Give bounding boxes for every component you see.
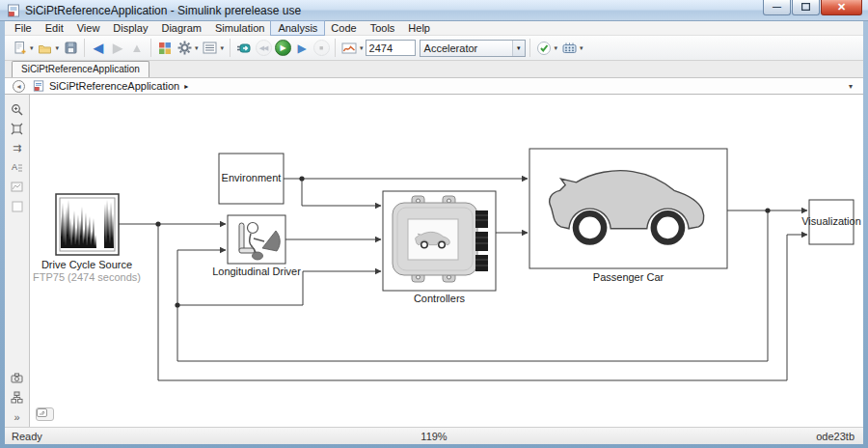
sim-mode-value: Accelerator bbox=[420, 42, 512, 54]
annotation-icon[interactable]: A bbox=[10, 160, 25, 175]
connect-hardware-button[interactable] bbox=[234, 38, 254, 59]
explorer-bar-toggle[interactable]: ◂ bbox=[13, 80, 25, 93]
menu-view[interactable]: View bbox=[70, 21, 107, 35]
new-model-button[interactable] bbox=[10, 38, 29, 59]
explorer-palette: ⇉ A » bbox=[5, 95, 30, 427]
menu-display[interactable]: Display bbox=[106, 21, 154, 35]
open-dropdown[interactable]: ▾ bbox=[56, 44, 60, 52]
list-icon bbox=[203, 42, 217, 54]
sim-mode-arrow-icon: ▾ bbox=[512, 41, 525, 56]
fit-to-view-icon[interactable] bbox=[10, 122, 25, 136]
menu-simulation[interactable]: Simulation bbox=[208, 21, 271, 35]
back-button[interactable]: ◀ bbox=[89, 38, 108, 59]
back-icon: ◀ bbox=[94, 41, 103, 55]
save-button[interactable] bbox=[61, 38, 80, 59]
block-drive-cycle-source[interactable] bbox=[56, 194, 119, 255]
new-model-icon bbox=[13, 41, 27, 55]
explorer-dropdown[interactable]: ▾ bbox=[221, 44, 225, 52]
stop-time-input[interactable] bbox=[366, 40, 416, 56]
status-solver[interactable]: ode23tb bbox=[816, 431, 863, 442]
open-button[interactable] bbox=[36, 38, 55, 59]
step-back-icon: ◀◀ bbox=[259, 44, 268, 52]
menu-diagram[interactable]: Diagram bbox=[154, 21, 208, 35]
explorer-toggle-icon: ◂ bbox=[16, 82, 20, 91]
sdi-dropdown[interactable]: ▾ bbox=[360, 44, 364, 52]
simulink-model-icon bbox=[7, 4, 20, 17]
breadcrumb-dropdown[interactable]: ▾ bbox=[846, 82, 855, 91]
sim-mode-select[interactable]: Accelerator ▾ bbox=[420, 40, 526, 57]
block-longitudinal-driver[interactable] bbox=[228, 215, 285, 264]
minimize-icon: — bbox=[773, 2, 781, 12]
step-forward-button[interactable]: ▶ bbox=[292, 38, 312, 59]
connect-hardware-icon bbox=[236, 42, 253, 55]
run-icon: ▶ bbox=[280, 43, 285, 52]
tab-bar: SiCiPtReferenceApplication bbox=[5, 61, 863, 78]
svg-text:A: A bbox=[12, 162, 17, 172]
run-button[interactable]: ▶ bbox=[273, 38, 292, 59]
settings-dropdown[interactable]: ▾ bbox=[195, 44, 199, 52]
wire-environment-to-controllers[interactable] bbox=[302, 179, 381, 206]
visualization-label: Visualization bbox=[801, 215, 861, 227]
breadcrumb-path[interactable]: SiCiPtReferenceApplication bbox=[49, 80, 179, 92]
minimize-button[interactable]: — bbox=[763, 0, 791, 15]
menu-tools[interactable]: Tools bbox=[364, 21, 402, 35]
sample-time-legend-icon[interactable] bbox=[10, 180, 25, 194]
breadcrumb-caret-icon[interactable]: ▸ bbox=[184, 82, 188, 91]
step-back-button[interactable]: ◀◀ bbox=[254, 38, 273, 59]
status-bar: Ready 119% ode23tb bbox=[5, 427, 863, 444]
menu-edit[interactable]: Edit bbox=[39, 21, 70, 35]
stop-button[interactable]: ■ bbox=[312, 38, 331, 59]
ecu-figure bbox=[393, 196, 488, 282]
environment-label: Environment bbox=[222, 172, 282, 183]
status-zoom-level: 119% bbox=[420, 431, 447, 442]
model-tab[interactable]: SiCiPtReferenceApplication bbox=[12, 61, 149, 77]
passenger-car-label: Passenger Car bbox=[593, 271, 665, 283]
model-explorer-button[interactable] bbox=[201, 38, 220, 59]
hardware-board-button[interactable] bbox=[559, 38, 579, 59]
open-folder-icon bbox=[38, 42, 52, 55]
new-dropdown[interactable]: ▾ bbox=[30, 44, 34, 52]
simulation-data-inspector-button[interactable] bbox=[339, 38, 359, 59]
menu-help[interactable]: Help bbox=[401, 21, 437, 35]
library-browser-icon bbox=[158, 42, 172, 55]
toolbar-separator bbox=[150, 39, 151, 57]
drive-cycle-sublabel: FTP75 (2474 seconds) bbox=[33, 271, 141, 283]
maximize-icon bbox=[801, 3, 810, 11]
forward-button[interactable]: ▶ bbox=[108, 38, 127, 59]
drive-cycle-label: Drive Cycle Source bbox=[41, 259, 132, 270]
viewmark-icon[interactable] bbox=[10, 199, 25, 213]
maximize-button[interactable] bbox=[792, 0, 820, 15]
screenshot-icon[interactable] bbox=[10, 371, 25, 385]
library-browser-button[interactable] bbox=[155, 38, 175, 59]
diagram-canvas[interactable]: Drive Cycle Source FTP75 (2474 seconds) … bbox=[30, 95, 863, 427]
menu-file[interactable]: File bbox=[8, 21, 39, 35]
block-controllers[interactable] bbox=[383, 191, 496, 291]
stop-icon: ■ bbox=[319, 44, 323, 51]
signal-trace-icon[interactable]: ⇉ bbox=[10, 141, 25, 155]
menu-code[interactable]: Code bbox=[324, 21, 363, 35]
close-button[interactable]: ✕ bbox=[821, 0, 862, 15]
breadcrumb-model-icon bbox=[33, 80, 44, 92]
save-icon bbox=[64, 41, 78, 55]
green-check-icon bbox=[536, 41, 552, 56]
up-to-parent-button[interactable]: ▲ bbox=[127, 38, 147, 59]
step-forward-icon: ▶ bbox=[297, 42, 306, 55]
gear-icon bbox=[177, 41, 192, 55]
toolbar-separator bbox=[335, 39, 336, 57]
board-dropdown[interactable]: ▾ bbox=[580, 44, 583, 52]
palette-more-icon[interactable]: » bbox=[10, 409, 25, 424]
model-advisor-button[interactable] bbox=[534, 38, 554, 59]
subsystem-hierarchy-icon[interactable] bbox=[10, 390, 25, 405]
signal-plot-icon bbox=[341, 42, 357, 55]
breadcrumb: ◂ SiCiPtReferenceApplication ▸ ▾ bbox=[5, 78, 863, 95]
driver-label: Longitudinal Driver bbox=[212, 266, 301, 277]
block-passenger-car[interactable] bbox=[529, 149, 727, 268]
zoom-icon[interactable] bbox=[10, 102, 25, 117]
status-ready: Ready bbox=[5, 431, 42, 442]
title-bar[interactable]: SiCiPtReferenceApplication - Simulink pr… bbox=[0, 0, 868, 21]
hardware-board-icon bbox=[562, 42, 577, 54]
advisor-dropdown[interactable]: ▾ bbox=[555, 44, 558, 52]
menu-analysis[interactable]: Analysis bbox=[271, 21, 324, 35]
model-settings-button[interactable] bbox=[175, 38, 194, 59]
perspective-toggle[interactable] bbox=[36, 407, 54, 421]
